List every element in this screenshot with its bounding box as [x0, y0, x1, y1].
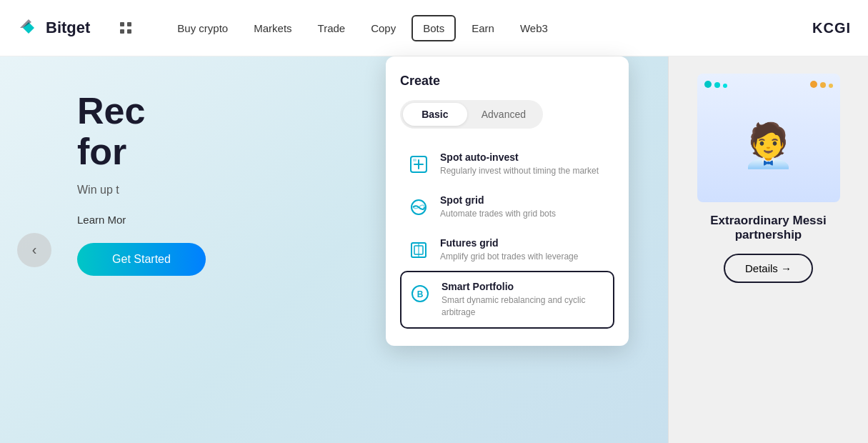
svg-rect-2: [120, 29, 124, 34]
main-header: Bitget Buy crypto Markets Trade Copy Bot…: [0, 0, 868, 56]
cta-button[interactable]: Get Started: [77, 243, 206, 276]
menu-item-smart-portfolio[interactable]: B Smart Portfolio Smart dynamic rebalanc…: [400, 271, 614, 329]
svg-rect-5: [413, 159, 416, 161]
nav-bots[interactable]: Bots: [411, 15, 456, 41]
right-panel: 🧑‍💼 Extraordinary Messipartnership Detai…: [668, 56, 868, 443]
nav-buy-crypto[interactable]: Buy crypto: [167, 16, 238, 40]
spot-grid-text: Spot grid Automate trades with grid bots: [440, 194, 607, 220]
menu-item-spot-auto-invest[interactable]: Spot auto-invest Regularly invest withou…: [400, 143, 614, 186]
kcgi-logo: KCGI: [812, 20, 851, 36]
spot-grid-label: Spot grid: [440, 194, 607, 206]
spot-grid-desc: Automate trades with grid bots: [440, 208, 607, 220]
nav-web3[interactable]: Web3: [510, 16, 558, 40]
futures-grid-desc: Amplify grid bot trades with leverage: [440, 251, 607, 263]
svg-text:B: B: [417, 289, 424, 299]
nav-markets[interactable]: Markets: [244, 16, 301, 40]
bots-dropdown: Create Basic Advanced Spot auto-invest R…: [386, 56, 629, 346]
partnership-title: Extraordinary Messipartnership: [710, 214, 827, 242]
menu-item-futures-grid[interactable]: Futures grid Amplify grid bot trades wit…: [400, 229, 614, 272]
futures-grid-text: Futures grid Amplify grid bot trades wit…: [440, 237, 607, 263]
nav-copy[interactable]: Copy: [361, 16, 406, 40]
smart-portfolio-desc: Smart dynamic rebalancing and cyclic arb…: [442, 294, 606, 319]
dropdown-title: Create: [400, 74, 614, 89]
futures-grid-icon: [407, 239, 430, 262]
nav-trade[interactable]: Trade: [308, 16, 356, 40]
nav-earn[interactable]: Earn: [462, 16, 504, 40]
futures-grid-label: Futures grid: [440, 237, 607, 249]
logo-text: Bitget: [46, 19, 90, 37]
messi-image: 🧑‍💼: [697, 74, 840, 202]
spot-grid-icon: [407, 196, 430, 219]
svg-rect-0: [120, 22, 124, 26]
bitget-logo-icon: [17, 16, 40, 39]
spot-auto-invest-desc: Regularly invest without timing the mark…: [440, 165, 607, 177]
prev-arrow-button[interactable]: ‹: [17, 233, 51, 267]
toggle-advanced[interactable]: Advanced: [467, 103, 540, 126]
main-content: ‹ Rec for Win up t Learn Mor Get Started: [0, 56, 868, 443]
toggle-basic[interactable]: Basic: [403, 103, 467, 126]
details-button[interactable]: Details →: [724, 254, 813, 283]
spot-auto-invest-text: Spot auto-invest Regularly invest withou…: [440, 151, 607, 177]
dots-gold: [810, 81, 833, 88]
smart-portfolio-label: Smart Portfolio: [442, 281, 606, 292]
smart-portfolio-text: Smart Portfolio Smart dynamic rebalancin…: [442, 281, 606, 319]
header-right: KCGI: [812, 20, 851, 36]
toggle-group: Basic Advanced: [400, 100, 543, 129]
person-figure: 🧑‍💼: [742, 120, 795, 171]
logo[interactable]: Bitget: [17, 16, 90, 39]
main-nav: Buy crypto Markets Trade Copy Bots Earn …: [167, 15, 558, 41]
dots-teal: [704, 81, 727, 88]
spot-auto-invest-icon: [407, 153, 430, 176]
grid-menu-icon[interactable]: [113, 15, 139, 41]
menu-item-spot-grid[interactable]: Spot grid Automate trades with grid bots: [400, 186, 614, 229]
spot-auto-invest-label: Spot auto-invest: [440, 151, 607, 163]
svg-rect-3: [127, 29, 131, 34]
smart-portfolio-icon: B: [409, 282, 431, 305]
svg-rect-1: [127, 22, 131, 26]
